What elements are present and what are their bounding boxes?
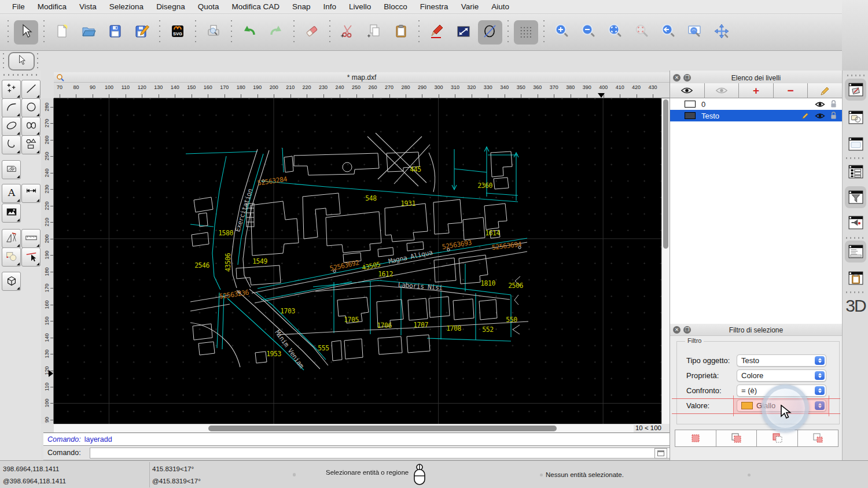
menu-aiuto[interactable]: Aiuto xyxy=(485,2,516,11)
properties-panel-toggle[interactable] xyxy=(845,133,866,155)
add-layer-button[interactable]: + xyxy=(739,83,774,98)
command-input[interactable] xyxy=(90,448,701,459)
zoom-in-button[interactable] xyxy=(550,20,574,45)
open-file-button[interactable] xyxy=(76,20,101,45)
command-panel-toggle[interactable] xyxy=(845,241,866,263)
drafting-tools-button[interactable] xyxy=(2,229,21,248)
horizontal-scroll-thumb[interactable] xyxy=(208,426,557,431)
menu-seleziona[interactable]: Seleziona xyxy=(103,2,150,11)
menu-varie[interactable]: Varie xyxy=(455,2,486,11)
canvas-titlebar[interactable]: * map.dxf xyxy=(54,72,670,83)
collapse-icon[interactable]: ❐ xyxy=(683,74,691,82)
new-document-button[interactable] xyxy=(50,20,74,45)
select-new-button[interactable] xyxy=(675,430,716,446)
zoom-fit-button[interactable] xyxy=(603,20,627,45)
menu-info[interactable]: Info xyxy=(317,2,343,11)
layers-panel-toggle[interactable] xyxy=(845,79,866,101)
menu-file[interactable]: File xyxy=(6,2,31,11)
boolean-ops-button[interactable] xyxy=(2,247,21,267)
layer-visibility-icon[interactable] xyxy=(815,101,825,108)
circle-tool-button[interactable] xyxy=(21,98,41,117)
polygon-tool-button[interactable] xyxy=(21,135,41,154)
dock-drag-handle[interactable] xyxy=(847,75,865,76)
paste-button[interactable] xyxy=(389,20,413,45)
palette-drag-handle[interactable] xyxy=(3,74,37,76)
layer-row-testo[interactable]: Testo xyxy=(670,110,842,121)
collapse-icon[interactable]: ❐ xyxy=(683,326,691,334)
line-style-button[interactable] xyxy=(451,20,476,45)
cut-button[interactable] xyxy=(336,20,360,45)
line-tool-button[interactable] xyxy=(21,80,41,99)
image-tool-button[interactable] xyxy=(2,204,21,223)
menu-finestra[interactable]: Finestra xyxy=(414,2,455,11)
arc-tool-button[interactable] xyxy=(2,98,21,117)
show-all-layers-button[interactable] xyxy=(670,83,705,98)
ellipse-mode-button[interactable] xyxy=(478,20,502,45)
command-options-button[interactable] xyxy=(654,448,667,459)
hatch-tool-button[interactable] xyxy=(2,160,21,179)
shapes-panel-toggle[interactable] xyxy=(845,106,866,128)
cube-3d-button[interactable] xyxy=(2,272,21,291)
layer-color-swatch[interactable] xyxy=(685,112,696,119)
stepper-icon[interactable] xyxy=(815,386,825,395)
filter-panel-toggle[interactable] xyxy=(845,186,866,208)
menu-snap[interactable]: Snap xyxy=(286,2,317,11)
zoom-window-button[interactable] xyxy=(683,20,707,45)
ruler-tool-button[interactable] xyxy=(21,229,41,248)
zoom-selection-button[interactable] xyxy=(630,20,654,45)
menu-quota[interactable]: Quota xyxy=(192,2,226,11)
text-tool-button[interactable]: A xyxy=(2,184,21,203)
3d-mode-label[interactable]: 3D xyxy=(843,296,868,316)
svg-export-button[interactable]: SVG xyxy=(165,20,190,45)
menu-vista[interactable]: Vista xyxy=(73,2,103,11)
clipboard-panel-toggle[interactable] xyxy=(845,267,866,289)
undo-button[interactable] xyxy=(237,20,262,45)
trim-tool-button[interactable] xyxy=(21,247,41,267)
ellipse-tool-button[interactable] xyxy=(2,117,21,136)
save-button[interactable] xyxy=(103,20,127,45)
drawing-canvas[interactable]: 4452360548193116141580254615494350543506… xyxy=(54,98,661,424)
edit-layer-button[interactable] xyxy=(808,83,842,98)
polyline-tool-button[interactable] xyxy=(2,135,21,154)
selection-mode-button[interactable] xyxy=(8,52,35,71)
close-icon[interactable]: ✕ xyxy=(673,326,681,334)
print-preview-button[interactable] xyxy=(201,20,226,45)
tools-panel-toggle[interactable] xyxy=(845,212,866,234)
filter-dropdown-2[interactable]: Colore xyxy=(737,369,826,382)
select-intersect-button[interactable] xyxy=(798,430,838,446)
menu-modifica[interactable]: Modifica xyxy=(31,2,73,11)
menu-blocco[interactable]: Blocco xyxy=(377,2,414,11)
draw-attribute-button[interactable] xyxy=(425,20,449,45)
redo-button[interactable] xyxy=(264,20,288,45)
remove-layer-button[interactable]: − xyxy=(774,83,808,98)
vertical-scroll-thumb[interactable] xyxy=(663,99,668,249)
list-panel-toggle[interactable] xyxy=(845,161,866,183)
stepper-icon[interactable] xyxy=(815,356,825,365)
stepper-icon[interactable] xyxy=(815,371,825,380)
pan-button[interactable] xyxy=(709,20,734,45)
zoom-out-button[interactable] xyxy=(576,20,601,45)
zoom-previous-button[interactable] xyxy=(656,20,681,45)
select-tool-button[interactable] xyxy=(14,20,38,45)
grid-toggle-button[interactable] xyxy=(514,20,538,45)
copy-button[interactable] xyxy=(362,20,387,45)
layer-color-swatch[interactable] xyxy=(685,101,696,108)
select-subtract-button[interactable] xyxy=(757,430,797,446)
menu-modifica-cad[interactable]: Modifica CAD xyxy=(225,2,286,11)
close-icon[interactable]: ✕ xyxy=(673,74,681,82)
layer-row-0[interactable]: 0 xyxy=(670,98,842,110)
layer-lock-icon[interactable] xyxy=(830,112,837,120)
filter-dropdown-1[interactable]: Testo xyxy=(737,354,826,367)
canvas-vertical-scrollbar[interactable] xyxy=(661,98,670,424)
layer-lock-icon[interactable] xyxy=(830,100,837,108)
hide-all-layers-button[interactable] xyxy=(705,83,740,98)
menu-disegna[interactable]: Disegna xyxy=(150,2,192,11)
select-add-button[interactable] xyxy=(716,430,757,446)
spline-tool-button[interactable] xyxy=(21,117,41,136)
layer-edit-icon[interactable] xyxy=(801,112,810,120)
menu-livello[interactable]: Livello xyxy=(343,2,377,11)
canvas-horizontal-scrollbar[interactable] xyxy=(54,424,634,432)
palette-drag-handle[interactable] xyxy=(37,53,38,68)
save-as-button[interactable] xyxy=(130,20,154,45)
erase-button[interactable] xyxy=(300,20,324,45)
